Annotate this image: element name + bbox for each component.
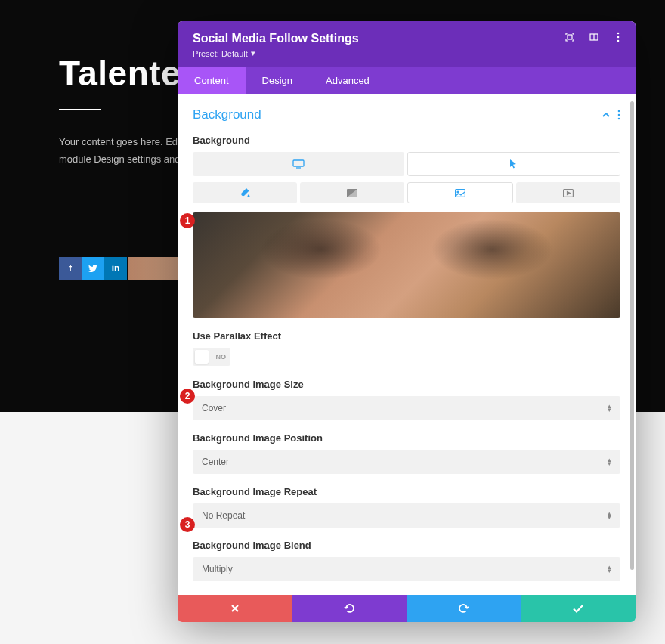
social-icons-row: f in [59,257,127,280]
bg-size-select[interactable]: Cover ▴▾ [193,396,620,420]
modal-header: Social Media Follow Settings Preset: Def… [178,21,636,67]
annotation-badge-1: 1 [180,213,195,228]
bg-gradient-tab[interactable] [300,182,404,203]
modal-tabs: Content Design Advanced [178,67,636,94]
modal-title: Social Media Follow Settings [193,32,620,45]
svg-point-7 [618,114,620,116]
annotation-badge-3: 3 [180,517,195,532]
select-caret-icon: ▴▾ [608,458,611,466]
bg-repeat-select[interactable]: No Repeat ▴▾ [193,503,620,528]
title-underline [59,109,101,110]
columns-icon[interactable] [589,32,599,42]
parallax-label: Use Parallax Effect [193,330,620,342]
background-image-strip [128,257,181,280]
bg-position-select[interactable]: Center ▴▾ [193,450,620,474]
twitter-icon[interactable] [82,257,104,280]
toggle-knob [195,350,209,364]
modal-footer [178,595,636,622]
collapse-icon[interactable] [602,113,610,117]
device-responsive-tabs [193,152,620,176]
header-actions [564,32,623,42]
tab-design[interactable]: Design [246,67,309,94]
facebook-icon[interactable]: f [59,257,82,280]
cancel-button[interactable] [178,595,292,622]
more-icon[interactable] [613,32,623,42]
svg-point-6 [618,110,620,113]
hover-tab[interactable] [407,152,620,176]
annotation-badge-2: 2 [180,389,195,404]
svg-point-13 [457,191,459,193]
background-label: Background [193,135,620,146]
undo-button[interactable] [292,595,407,622]
svg-point-4 [617,36,620,39]
select-caret-icon: ▴▾ [608,565,611,574]
bg-blend-label: Background Image Blend [193,540,620,551]
tab-content[interactable]: Content [178,67,246,94]
settings-modal: Social Media Follow Settings Preset: Def… [178,21,636,622]
bg-repeat-label: Background Image Repeat [193,486,620,497]
bg-blend-select[interactable]: Multiply ▴▾ [193,557,620,581]
background-image-preview[interactable] [193,212,620,318]
bg-position-label: Background Image Position [193,432,620,444]
parallax-toggle[interactable]: NO [193,348,230,366]
svg-point-3 [617,33,620,35]
bg-video-tab[interactable] [516,182,620,203]
preset-selector[interactable]: Preset: Default ▾ [193,48,620,58]
desktop-tab[interactable] [193,152,404,176]
section-title-background[interactable]: Background [193,107,261,122]
tab-advanced[interactable]: Advanced [309,67,386,94]
svg-rect-9 [293,160,304,166]
redo-button[interactable] [407,595,521,622]
section-header: Background [193,107,620,122]
expand-icon[interactable] [564,32,575,42]
chevron-down-icon: ▾ [251,48,255,58]
svg-point-5 [617,40,620,42]
select-caret-icon: ▴▾ [608,512,611,520]
svg-point-8 [618,118,620,120]
toggle-label: NO [216,353,227,361]
select-caret-icon: ▴▾ [608,404,611,413]
scrollbar-thumb[interactable] [630,101,634,570]
modal-body[interactable]: Background Background [178,94,636,595]
section-more-icon[interactable] [617,110,620,120]
bg-image-tab[interactable] [407,182,513,203]
background-type-tabs [193,182,620,203]
bg-size-label: Background Image Size [193,379,620,390]
linkedin-icon[interactable]: in [104,257,127,280]
svg-rect-0 [568,35,572,39]
bg-color-tab[interactable] [193,182,297,203]
save-button[interactable] [521,595,636,622]
